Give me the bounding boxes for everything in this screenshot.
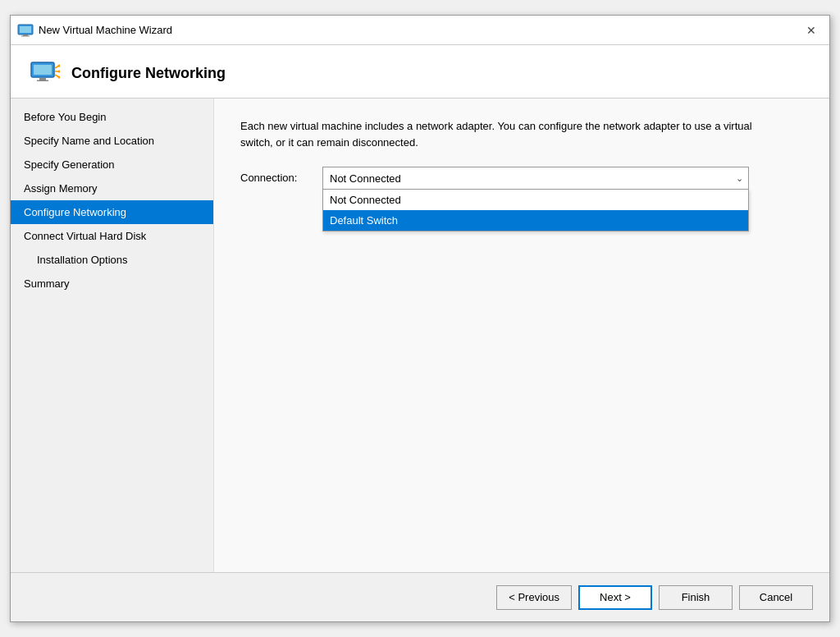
chevron-down-icon: ⌄ (736, 173, 743, 184)
sidebar-item-installation-options[interactable]: Installation Options (11, 248, 213, 272)
next-button[interactable]: Next > (578, 585, 652, 610)
connection-dropdown-container: Not Connected ⌄ Not ConnectedDefault Swi… (322, 167, 749, 190)
sidebar-item-assign-memory[interactable]: Assign Memory (11, 176, 213, 200)
footer: < Previous Next > Finish Cancel (11, 572, 829, 621)
close-button[interactable]: ✕ (800, 21, 823, 40)
page-header: Configure Networking (11, 45, 829, 99)
sidebar-item-specify-name[interactable]: Specify Name and Location (11, 129, 213, 153)
svg-rect-3 (21, 35, 30, 36)
titlebar: New Virtual Machine Wizard ✕ (11, 16, 829, 45)
previous-button[interactable]: < Previous (496, 585, 572, 610)
dropdown-current-value: Not Connected (330, 172, 401, 185)
sidebar: Before You BeginSpecify Name and Locatio… (11, 99, 214, 572)
svg-rect-1 (20, 26, 31, 33)
sidebar-item-configure-networking[interactable]: Configure Networking (11, 200, 213, 224)
dropdown-menu: Not ConnectedDefault Switch (322, 189, 749, 231)
description-text: Each new virtual machine includes a netw… (240, 118, 765, 150)
dropdown-option-default-switch[interactable]: Default Switch (323, 210, 748, 231)
sidebar-item-before-you-begin[interactable]: Before You Begin (11, 105, 213, 129)
connection-label: Connection: (240, 167, 314, 184)
cancel-button[interactable]: Cancel (739, 585, 813, 610)
svg-rect-5 (34, 65, 52, 75)
page-title: Configure Networking (71, 65, 226, 82)
content-area: Before You BeginSpecify Name and Locatio… (11, 99, 829, 572)
window-title: New Virtual Machine Wizard (39, 24, 800, 36)
svg-point-12 (58, 71, 61, 73)
connection-form-row: Connection: Not Connected ⌄ Not Connecte… (240, 167, 803, 190)
svg-rect-7 (37, 80, 48, 82)
sidebar-item-specify-generation[interactable]: Specify Generation (11, 153, 213, 176)
header-icon (30, 62, 60, 85)
connection-dropdown[interactable]: Not Connected ⌄ (322, 167, 749, 190)
dropdown-option-not-connected[interactable]: Not Connected (323, 190, 748, 210)
sidebar-item-summary[interactable]: Summary (11, 272, 213, 296)
wizard-window: New Virtual Machine Wizard ✕ Configure N… (10, 15, 830, 622)
finish-button[interactable]: Finish (659, 585, 733, 610)
window-icon (17, 24, 34, 37)
sidebar-item-connect-virtual-hard-disk[interactable]: Connect Virtual Hard Disk (11, 224, 213, 248)
main-content: Each new virtual machine includes a netw… (214, 99, 829, 572)
